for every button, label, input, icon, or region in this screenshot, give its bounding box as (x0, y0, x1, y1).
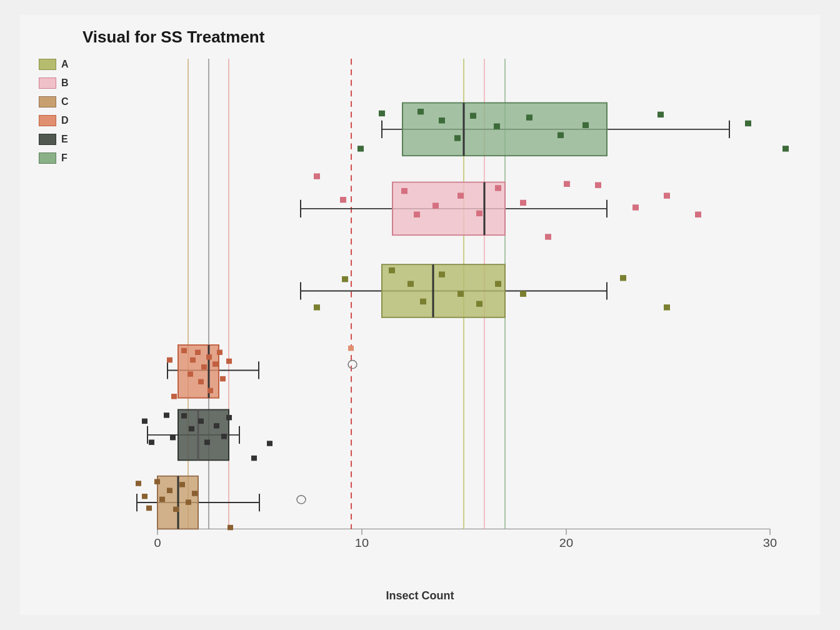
svg-rect-97 (214, 423, 219, 428)
svg-rect-28 (358, 146, 364, 151)
svg-rect-80 (226, 359, 232, 364)
svg-rect-71 (195, 350, 201, 355)
x-tick-20: 20 (559, 536, 573, 549)
svg-rect-53 (342, 276, 348, 282)
legend-color-b (39, 78, 56, 89)
svg-rect-27 (782, 146, 789, 151)
svg-rect-115 (192, 491, 198, 496)
svg-rect-56 (408, 281, 414, 287)
legend-label-f: F (61, 152, 68, 164)
svg-rect-48 (564, 181, 570, 187)
svg-rect-94 (189, 426, 194, 431)
svg-rect-21 (494, 123, 500, 129)
svg-rect-101 (267, 441, 272, 446)
svg-rect-34 (314, 173, 320, 179)
svg-rect-39 (458, 192, 464, 198)
legend-label-a: A (61, 59, 69, 70)
svg-rect-17 (418, 109, 424, 114)
svg-rect-99 (226, 415, 232, 420)
svg-rect-116 (228, 525, 233, 530)
legend-color-e (39, 134, 56, 145)
legend-item-c: C (39, 96, 69, 108)
svg-rect-37 (414, 212, 420, 218)
svg-rect-114 (186, 499, 191, 504)
svg-rect-113 (179, 482, 185, 487)
legend-label-c: C (61, 96, 69, 108)
legend-color-a (39, 59, 56, 70)
svg-rect-79 (220, 376, 226, 381)
svg-rect-19 (454, 135, 461, 141)
svg-rect-40 (476, 211, 482, 216)
x-axis-label: Insect Count (20, 589, 820, 602)
legend-color-c (39, 96, 56, 108)
svg-rect-54 (314, 304, 320, 310)
svg-rect-59 (458, 291, 464, 296)
svg-rect-107 (142, 494, 148, 499)
svg-rect-62 (520, 291, 526, 296)
svg-rect-42 (520, 200, 526, 206)
svg-rect-26 (745, 121, 751, 126)
svg-rect-69 (181, 348, 187, 353)
svg-rect-29 (379, 111, 385, 116)
svg-rect-36 (401, 188, 408, 194)
svg-rect-112 (173, 507, 179, 512)
legend: A B C D E F (39, 59, 69, 164)
svg-rect-22 (526, 114, 532, 120)
svg-rect-46 (695, 212, 701, 218)
legend-label-d: D (61, 115, 69, 126)
svg-rect-76 (188, 371, 193, 376)
chart-container: Visual for SS Treatment A B C D E F (20, 15, 820, 615)
svg-rect-95 (198, 419, 204, 424)
svg-rect-91 (164, 412, 169, 418)
svg-rect-90 (149, 439, 154, 444)
svg-rect-58 (439, 271, 445, 277)
svg-rect-45 (664, 192, 670, 198)
legend-item-f: F (39, 152, 69, 164)
legend-item-e: E (39, 134, 69, 145)
svg-rect-43 (595, 182, 601, 188)
svg-rect-78 (208, 388, 213, 393)
legend-label-b: B (61, 78, 69, 89)
x-tick-10: 10 (355, 536, 369, 549)
svg-rect-108 (146, 506, 152, 511)
svg-rect-63 (620, 275, 626, 281)
svg-rect-41 (495, 185, 501, 191)
svg-rect-98 (221, 434, 227, 439)
svg-rect-18 (439, 118, 445, 123)
svg-rect-84 (348, 346, 354, 351)
svg-rect-92 (170, 435, 176, 440)
svg-rect-81 (167, 358, 172, 362)
legend-label-e: E (61, 134, 68, 145)
plot-area: 0 10 20 30 (120, 59, 795, 552)
svg-rect-25 (658, 112, 664, 118)
chart-svg: 0 10 20 30 (120, 59, 795, 552)
svg-rect-77 (198, 379, 204, 384)
svg-rect-111 (167, 488, 172, 493)
boxplot-f (402, 103, 607, 156)
svg-rect-110 (159, 497, 165, 502)
legend-item-d: D (39, 115, 69, 126)
svg-rect-44 (632, 204, 639, 210)
svg-rect-60 (476, 301, 482, 306)
svg-rect-57 (420, 299, 426, 304)
chart-title: Visual for SS Treatment (82, 28, 264, 47)
svg-rect-24 (582, 122, 589, 128)
svg-rect-20 (470, 113, 476, 119)
x-tick-30: 30 (763, 536, 777, 549)
svg-rect-72 (201, 364, 207, 369)
legend-color-d (39, 115, 56, 126)
svg-rect-106 (136, 481, 141, 486)
svg-rect-70 (190, 358, 196, 362)
legend-item-b: B (39, 78, 69, 89)
legend-color-f (39, 152, 56, 164)
svg-rect-96 (204, 439, 210, 444)
svg-rect-82 (171, 394, 177, 399)
svg-rect-61 (495, 281, 501, 287)
svg-rect-100 (251, 456, 257, 461)
svg-rect-38 (432, 202, 439, 208)
svg-rect-47 (545, 234, 551, 239)
svg-rect-64 (664, 304, 670, 310)
svg-rect-74 (212, 361, 218, 366)
svg-rect-89 (142, 419, 148, 424)
svg-rect-23 (558, 132, 564, 138)
